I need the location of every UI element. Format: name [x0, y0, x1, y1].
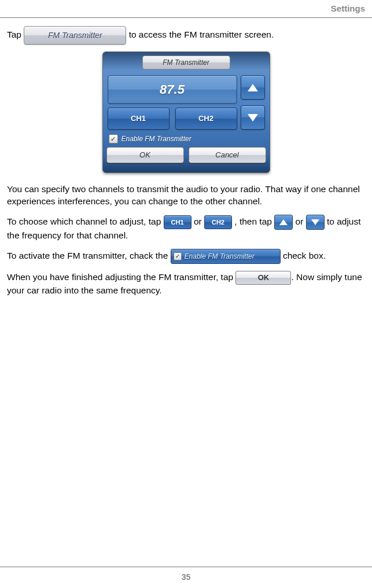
screenshot-left-col: 87.5 CH1 CH2 — [108, 75, 237, 130]
enable-checkbox-label: Enable FM Transmitter — [121, 134, 191, 144]
screenshot-title-wrap: FM Transmitter — [106, 56, 266, 69]
cancel-button: Cancel — [189, 147, 266, 163]
channel-row: CH1 CH2 — [108, 108, 237, 130]
screenshot-mid: 87.5 CH1 CH2 — [106, 73, 266, 130]
freq-up-inline-button — [274, 215, 293, 230]
ch2-button: CH2 — [175, 108, 237, 130]
ch2-inline-button: CH2 — [204, 215, 232, 229]
freq-up-button — [241, 75, 265, 100]
content-area: Tap FM Transmitter to access the FM tran… — [0, 18, 372, 567]
screenshot-title: FM Transmitter — [142, 56, 230, 69]
frequency-display: 87.5 — [108, 75, 237, 104]
freq-down-button — [241, 105, 265, 130]
triangle-up-icon — [248, 84, 258, 91]
intro-line: Tap FM Transmitter to access the FM tran… — [7, 26, 365, 45]
fm-transmitter-button-inline: FM Transmitter — [24, 26, 126, 45]
page-number: 35 — [182, 572, 191, 582]
ok-inline-button: OK — [235, 271, 291, 285]
p3-a: To choose which channel to adjust, tap — [7, 216, 164, 226]
paragraph-4: To activate the FM transmitter, chack th… — [7, 249, 365, 264]
ch1-inline-button: CH1 — [164, 215, 191, 229]
ch1-button: CH1 — [108, 108, 170, 130]
p4-b: check box. — [283, 251, 326, 260]
triangle-down-icon — [248, 114, 258, 122]
fm-transmitter-screenshot: FM Transmitter 87.5 CH1 CH2 ✓ Enable FM … — [102, 52, 270, 173]
enable-checkbox-row: ✓ Enable FM Transmitter — [106, 133, 266, 144]
p4-a: To activate the FM transmitter, chack th… — [7, 251, 171, 260]
enable-checkbox: ✓ — [109, 134, 118, 144]
page: Settings Tap FM Transmitter to access th… — [0, 0, 372, 588]
screenshot-footer: OK Cancel — [106, 147, 266, 163]
ok-button: OK — [106, 147, 184, 163]
enable-checkbox-inline: ✓ Enable FM Transmitter — [171, 249, 281, 264]
triangle-down-icon — [311, 219, 319, 225]
triangle-up-icon — [279, 219, 288, 225]
p3-d: or — [296, 216, 306, 226]
paragraph-2: You can specify two channels to transmit… — [7, 183, 365, 208]
enable-checkbox-inline-box: ✓ — [174, 252, 182, 260]
p3-b: or — [194, 216, 204, 226]
freq-down-inline-button — [306, 215, 325, 230]
header-title: Settings — [331, 3, 365, 13]
enable-checkbox-inline-label: Enable FM Transmitter — [185, 252, 255, 261]
paragraph-5: When you have finished adjusting the FM … — [7, 271, 365, 297]
intro-tap: Tap — [7, 30, 21, 39]
p3-c: , then tap — [234, 216, 274, 226]
paragraph-3: To choose which channel to adjust, tap C… — [7, 215, 365, 242]
page-header: Settings — [0, 0, 372, 18]
intro-rest: to access the FM transmitter screen. — [129, 30, 274, 39]
p5-a: When you have finished adjusting the FM … — [7, 272, 235, 282]
arrow-col — [241, 75, 265, 130]
page-footer: 35 — [0, 567, 372, 588]
